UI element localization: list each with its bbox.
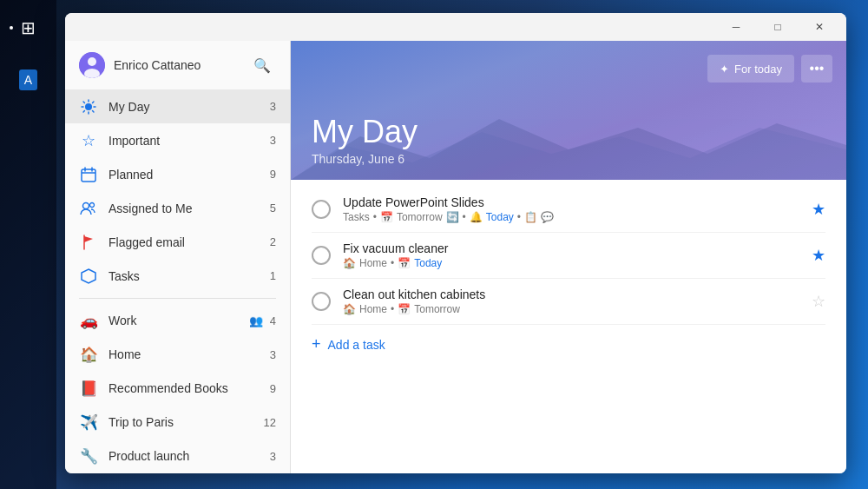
tasks-count: 1 (270, 269, 276, 282)
paris-count: 12 (264, 416, 276, 429)
task-item-2[interactable]: Fix vacuum cleaner 🏠 Home • 📅 Today ★ (291, 233, 846, 278)
task-1-meta: Tasks • 📅 Tomorrow 🔄 • 🔔 Today • 📋 � (343, 211, 812, 223)
home-icon-3: 🏠 (343, 303, 356, 315)
minimize-button[interactable]: ─ (716, 13, 756, 41)
nav-planned[interactable]: Planned 9 (65, 157, 290, 191)
task-item-3[interactable]: Clean out kitchen cabinets 🏠 Home • 📅 To… (291, 279, 846, 324)
task-1-checkbox[interactable] (312, 200, 331, 219)
avatar (79, 52, 105, 78)
panel-title: My Day (312, 114, 825, 150)
task-2-checkbox[interactable] (312, 246, 331, 265)
product-label: Product launch (108, 449, 270, 463)
task-3-dot: • (391, 303, 394, 315)
task-1-star[interactable]: ★ (812, 200, 825, 219)
svg-line-10 (93, 102, 94, 102)
calendar-icon-2: 📅 (398, 257, 411, 269)
assigned-label: Assigned to Me (108, 202, 270, 215)
nav-flagged[interactable]: Flagged email 2 (65, 225, 290, 259)
maximize-button[interactable]: □ (758, 13, 798, 41)
work-icon: 🚗 (79, 311, 98, 330)
my-day-icon (79, 97, 98, 116)
task-2-content: Fix vacuum cleaner 🏠 Home • 📅 Today (343, 241, 812, 269)
chat-icon-1: 💬 (541, 211, 554, 223)
nav-product-launch[interactable]: 🔧 Product launch 3 (65, 439, 290, 473)
work-people-icon: 👥 (249, 314, 263, 327)
ellipsis-icon: ••• (810, 61, 825, 76)
search-button[interactable]: 🔍 (248, 51, 276, 79)
task-3-checkbox[interactable] (312, 292, 331, 311)
task-3-list: Home (359, 303, 387, 315)
product-icon: 🔧 (79, 446, 98, 466)
task-2-star[interactable]: ★ (812, 246, 825, 265)
copy-icon-1: 📋 (524, 211, 537, 223)
task-1-list: Tasks (343, 211, 370, 223)
task-3-meta: 🏠 Home • 📅 Tomorrow (343, 303, 812, 315)
work-label: Work (108, 314, 249, 327)
nav-divider (79, 298, 276, 299)
nav-tasks[interactable]: Tasks 1 (65, 259, 290, 293)
tasks-icon (79, 267, 98, 286)
close-button[interactable]: ✕ (799, 13, 839, 41)
task-2-meta: 🏠 Home • 📅 Today (343, 257, 812, 269)
work-count: 4 (270, 314, 276, 327)
app-window: ─ □ ✕ (65, 13, 846, 473)
more-options-button[interactable]: ••• (801, 55, 832, 83)
paris-label: Trip to Paris (108, 415, 264, 429)
svg-line-9 (93, 110, 94, 111)
calendar-icon-1: 📅 (380, 211, 393, 223)
taskbar-icon-1[interactable]: ⊞ (8, 7, 49, 49)
nav-home[interactable]: 🏠 Home 3 (65, 338, 290, 372)
task-2-title: Fix vacuum cleaner (343, 241, 812, 255)
svg-line-11 (83, 110, 84, 111)
flagged-icon (79, 233, 98, 252)
nav-important[interactable]: ☆ Important 3 (65, 123, 290, 157)
books-count: 9 (270, 382, 276, 395)
for-today-label: For today (734, 63, 782, 76)
calendar-icon-3: 📅 (398, 303, 411, 315)
paris-icon: ✈️ (79, 413, 98, 432)
books-label: Recommended Books (108, 381, 270, 395)
app-body: Enrico Cattaneo 🔍 (65, 41, 846, 473)
search-icon: 🔍 (253, 57, 271, 74)
important-count: 3 (270, 134, 276, 147)
books-icon: 📕 (79, 379, 98, 398)
tasks-label: Tasks (108, 269, 270, 283)
task-3-due: Tomorrow (414, 303, 460, 315)
task-1-content: Update PowerPoint Slides Tasks • 📅 Tomor… (343, 195, 812, 223)
svg-point-16 (83, 202, 89, 208)
sparkle-icon: ✦ (720, 63, 729, 76)
add-task-button[interactable]: + Add a task (291, 325, 846, 364)
sidebar-header: Enrico Cattaneo 🔍 (65, 41, 290, 89)
task-1-title: Update PowerPoint Slides (343, 195, 812, 209)
task-3-star[interactable]: ☆ (812, 292, 825, 311)
task-1-dot-1: • (373, 211, 377, 223)
nav-trip-paris[interactable]: ✈️ Trip to Paris 12 (65, 406, 290, 439)
home-count: 3 (270, 348, 276, 361)
panel-header: ✦ For today ••• My Day Thursday, June 6 (291, 41, 846, 180)
svg-line-8 (83, 102, 84, 102)
planned-count: 9 (270, 168, 276, 181)
nav-my-day[interactable]: My Day 3 (65, 89, 290, 123)
svg-point-3 (85, 103, 92, 110)
my-day-count: 3 (270, 100, 276, 113)
task-1-dot-3: • (463, 211, 466, 223)
svg-point-1 (88, 57, 96, 66)
task-item-1[interactable]: Update PowerPoint Slides Tasks • 📅 Tomor… (291, 187, 846, 232)
task-1-today: Today (486, 211, 514, 223)
nav-work[interactable]: 🚗 Work 👥 4 (65, 304, 290, 338)
task-3-content: Clean out kitchen cabinets 🏠 Home • 📅 To… (343, 287, 812, 315)
nav-recommended-books[interactable]: 📕 Recommended Books 9 (65, 372, 290, 406)
task-1-due: Tomorrow (397, 211, 443, 223)
task-2-dot: • (391, 257, 394, 269)
bell-icon-1: 🔔 (470, 211, 483, 223)
svg-rect-12 (82, 169, 95, 182)
planned-icon (79, 165, 98, 184)
home-icon: 🏠 (79, 345, 98, 364)
nav-assigned[interactable]: Assigned to Me 5 (65, 191, 290, 225)
svg-point-17 (90, 202, 95, 207)
title-bar: ─ □ ✕ (65, 13, 846, 41)
taskbar-icon-2[interactable]: A (8, 59, 49, 101)
add-icon: + (312, 335, 321, 354)
for-today-button[interactable]: ✦ For today (707, 55, 794, 83)
flagged-label: Flagged email (108, 235, 270, 249)
